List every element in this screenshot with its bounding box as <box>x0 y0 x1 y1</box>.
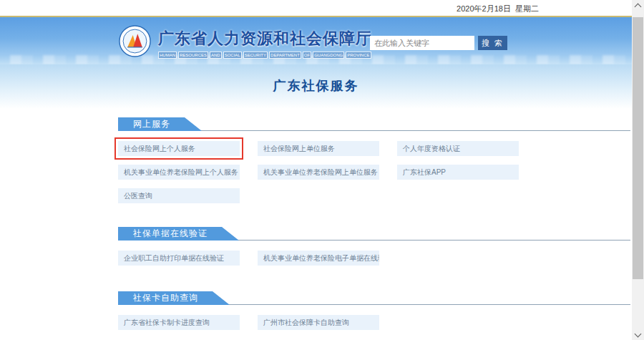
section-header: 社保单据在线验证 <box>118 226 630 241</box>
service-button[interactable]: 广州市社会保障卡自助查询 <box>258 315 379 330</box>
scroll-thumb[interactable] <box>633 17 643 279</box>
section-header: 社保卡自助查询 <box>118 291 630 305</box>
search-button[interactable]: 搜 索 <box>478 36 507 50</box>
service-button[interactable]: 广东社保APP <box>397 165 519 180</box>
content-area: 网上服务 社会保险网上个人服务 社会保险网上单位服务 个人年度资格认证 机关事业… <box>118 117 630 330</box>
section-card-self-query: 社保卡自助查询 广东省社保卡制卡进度查询 广州市社会保障卡自助查询 <box>118 291 630 330</box>
service-button[interactable]: 社会保险网上单位服务 <box>258 141 379 156</box>
org-subtitle-word: AND <box>210 52 222 59</box>
service-button[interactable]: 广东省社保卡制卡进度查询 <box>118 315 240 330</box>
service-grid: 社会保险网上个人服务 社会保险网上单位服务 个人年度资格认证 机关事业单位养老保… <box>118 141 630 203</box>
org-title: 广东省人力资源和社会保障厅 <box>158 28 372 49</box>
section-tab: 社保卡自助查询 <box>118 291 230 305</box>
section-online-services: 网上服务 社会保险网上个人服务 社会保险网上单位服务 个人年度资格认证 机关事业… <box>118 117 630 203</box>
org-subtitle-word: DEPARTMENT <box>269 52 301 59</box>
site-header: 广东省人力资源和社会保障厅 HUMAN RESOURCES AND SOCIAL… <box>0 17 632 64</box>
org-logo <box>119 25 151 57</box>
vertical-scrollbar[interactable] <box>632 0 644 340</box>
highlighted-cell: 社会保险网上个人服务 <box>118 141 240 156</box>
chevron-down-icon <box>635 331 642 338</box>
org-subtitle-word: PROVINCE <box>346 52 371 59</box>
search-input[interactable] <box>370 36 474 50</box>
org-title-block: 广东省人力资源和社会保障厅 HUMAN RESOURCES AND SOCIAL… <box>158 28 372 59</box>
date-text: 2020年2月18日 星期二 <box>457 4 539 14</box>
section-tab: 网上服务 <box>118 117 202 131</box>
scroll-down-button[interactable] <box>632 329 644 340</box>
service-button[interactable]: 机关事业单位养老保险电子单据在线验证 <box>258 251 379 266</box>
section-tab: 社保单据在线验证 <box>118 227 239 241</box>
service-button[interactable]: 社会保险网上个人服务 <box>118 141 240 156</box>
section-receipt-verification: 社保单据在线验证 企业职工自助打印单据在线验证 机关事业单位养老保险电子单据在线… <box>118 226 630 266</box>
org-subtitle-word: SECURITY <box>243 52 268 59</box>
service-button[interactable]: 公医查询 <box>118 188 240 203</box>
section-header: 网上服务 <box>118 117 630 131</box>
service-grid: 广东省社保卡制卡进度查询 广州市社会保障卡自助查询 <box>118 315 630 330</box>
page-title-banner: 广东社保服务 <box>0 64 632 109</box>
org-subtitle-word: HUMAN <box>158 52 177 59</box>
chevron-up-icon <box>635 4 642 11</box>
service-button[interactable]: 企业职工自助打印单据在线验证 <box>118 251 240 266</box>
service-button[interactable]: 个人年度资格认证 <box>397 141 519 156</box>
service-button[interactable]: 机关事业单位养老保险网上单位服务 <box>258 165 379 180</box>
org-subtitle-word: SOCIAL <box>223 52 242 59</box>
service-button[interactable]: 机关事业单位养老保险网上个人服务 <box>118 165 240 180</box>
org-subtitle-word: OF <box>303 52 311 59</box>
top-bar: 2020年2月18日 星期二 <box>0 0 632 16</box>
scroll-up-button[interactable] <box>632 0 644 11</box>
service-grid: 企业职工自助打印单据在线验证 机关事业单位养老保险电子单据在线验证 <box>118 251 630 266</box>
org-subtitle: HUMAN RESOURCES AND SOCIAL SECURITY DEPA… <box>158 52 372 59</box>
org-subtitle-word: GUANGDONG <box>313 52 344 59</box>
page-title: 广东社保服务 <box>273 77 359 94</box>
org-subtitle-word: RESOURCES <box>178 52 208 59</box>
page: 2020年2月18日 星期二 广东省人力资源和社会保障厅 HUMAN RESOU… <box>0 0 644 340</box>
